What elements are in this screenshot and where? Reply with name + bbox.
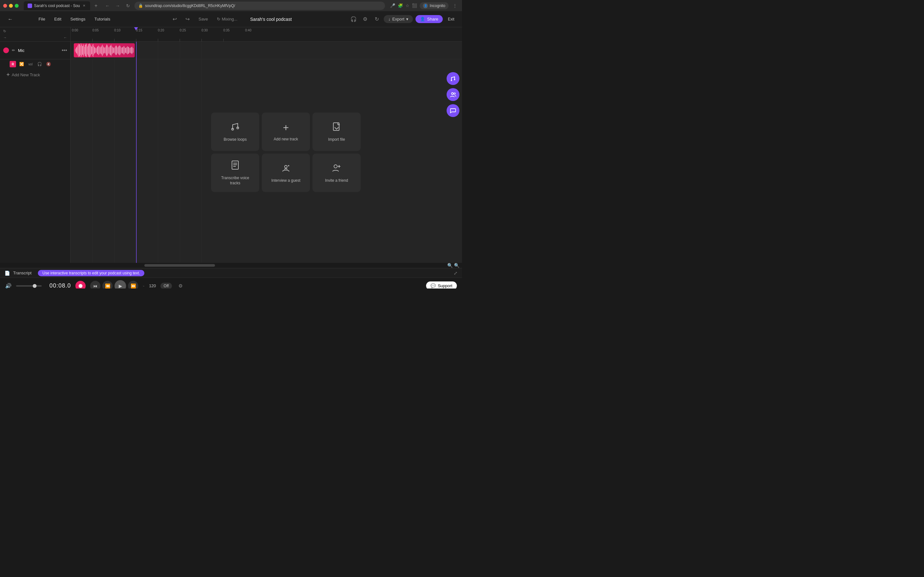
support-label: Support [438,284,452,288]
waveform-bar [105,48,105,53]
waveform-bar [85,45,86,56]
address-bar[interactable]: 🔒 soundtrap.com/studio/8cggKDd8RL_R5cHKy… [134,2,385,10]
invite-friend-button[interactable]: Invite a friend [312,153,360,192]
mic-icon[interactable]: 🎤 [390,3,395,8]
add-new-track-button[interactable]: + Add new track [262,113,310,151]
track-record-button[interactable]: R [10,61,16,67]
volume-thumb[interactable] [33,284,37,288]
waveform-bar [120,45,120,55]
edit-menu[interactable]: Edit [50,15,65,23]
browse-loops-icon [230,121,240,134]
mixing-refresh-icon: ↻ [217,17,220,21]
audio-clip[interactable] [74,43,135,57]
off-badge[interactable]: Off [160,283,172,289]
browser-menu-button[interactable]: ⋮ [451,2,459,10]
skip-back-button[interactable]: ⏮ [90,281,100,289]
star-icon[interactable]: ☆ [405,3,409,8]
tutorials-menu[interactable]: Tutorials [90,15,114,23]
waveform-bar [124,46,124,55]
transcript-expand-button[interactable]: ⤢ [454,271,457,276]
undo-button[interactable]: ↩ [170,15,179,24]
time-marker-20: 0:20 [158,29,164,32]
track-edit-icon[interactable]: ✏ [11,48,16,53]
new-tab-button[interactable]: + [92,2,100,10]
traffic-lights [3,4,19,8]
chat-button[interactable] [447,104,459,117]
track-more-button[interactable]: ••• [61,47,67,53]
grid-line-6 [202,42,202,263]
track-area[interactable]: Browse loops + Add new track Import file [71,42,462,263]
time-display: 00:08.0 [49,282,71,288]
transcribe-voice-label: Transcribe voice tracks [216,176,254,185]
loop-arrow-right: ← [63,35,67,39]
track-mute-button[interactable]: 🔇 [45,61,52,68]
extension-icon[interactable]: 🧩 [398,3,403,8]
refresh-browser-button[interactable]: ↻ [124,2,132,10]
waveform-bar [103,46,103,55]
play-button[interactable]: ▶ [115,280,126,289]
share-button[interactable]: 👤 Share [415,15,443,23]
settings-menu[interactable]: Settings [66,15,89,23]
svg-point-8 [334,165,337,168]
header-right: 🎧 ⚙ ↻ ↓ Export ▾ 👤 Share Exit [349,15,457,24]
waveform-bar [101,47,101,54]
redo-button[interactable]: ↪ [183,15,192,24]
waveform-bar [131,47,131,53]
people-button[interactable] [447,88,459,101]
waveform-bar [89,44,89,57]
transcribe-voice-button[interactable]: Transcribe voice tracks [211,153,259,192]
timeline-ruler[interactable]: 0:00 0:05 0:10 0:15 0:20 0:25 0:30 0:35 … [71,27,462,41]
close-button[interactable] [3,4,7,8]
add-new-track-label: Add new track [274,137,298,142]
mixing-button[interactable]: ↻ Mixing... [214,15,240,23]
track-headphone-button[interactable]: 🎧 [36,61,43,68]
browse-loops-button[interactable]: Browse loops [211,113,259,151]
maximize-button[interactable] [15,4,19,8]
action-grid: Browse loops + Add new track Import file [211,113,360,192]
file-menu[interactable]: File [35,15,49,23]
waveform-bar [107,45,108,55]
transcript-pill[interactable]: Use interactive transcripts to edit your… [38,270,144,276]
zoom-in-button[interactable]: 🔍 [454,263,459,268]
save-button[interactable]: Save [196,15,211,23]
tab-close-button[interactable]: ✕ [82,3,86,8]
loop-icon[interactable]: ↻ [372,15,381,24]
minimize-button[interactable] [9,4,13,8]
back-browser-button[interactable]: ← [103,2,111,10]
volume-slider[interactable] [16,285,42,287]
time-marker-25: 0:25 [180,29,186,32]
fast-forward-button[interactable]: ⏩ [128,281,138,289]
waveform-bar [88,45,88,55]
window-icon[interactable]: ⬛ [412,3,417,8]
active-tab[interactable]: Sarah's cool podcast - Sou ✕ [24,1,90,10]
track-color-indicator[interactable] [3,47,9,53]
add-new-track-area[interactable]: + Add New Track [0,68,70,82]
mic-track-row [71,42,462,59]
scrollbar-track[interactable]: 🔍 🔍 [141,263,462,268]
zoom-out-button[interactable]: 🔍 [447,263,453,268]
back-to-dashboard-button[interactable]: ← [5,14,15,24]
waveform-bar [81,45,82,56]
support-button[interactable]: 💬 Support [426,282,457,288]
forward-browser-button[interactable]: → [114,2,121,10]
grid-icon[interactable]: ⚙ [360,15,370,24]
exit-button[interactable]: Exit [445,16,457,23]
import-file-button[interactable]: Import file [312,113,360,151]
export-button[interactable]: ↓ Export ▾ [384,15,413,23]
music-library-button[interactable] [447,72,459,85]
track-volume-button[interactable]: vol [27,61,34,68]
record-button[interactable] [75,281,86,289]
rewind-button[interactable]: ⏪ [102,281,113,289]
waveform-bar [112,47,113,54]
interview-guest-button[interactable]: Interview a guest [262,153,310,192]
transport-controls: ⏮ ⏪ ▶ ⏩ [90,280,138,289]
headphone-icon[interactable]: 🎧 [349,15,358,24]
scrollbar-thumb[interactable] [144,264,215,267]
track-automation-button[interactable]: 🔀 [18,61,25,68]
volume-icon[interactable]: 🔊 [5,283,11,288]
waveform-bar [126,47,126,53]
tab-title: Sarah's cool podcast - Sou [34,3,80,8]
svg-point-11 [451,80,452,81]
transport-settings-button[interactable]: ⚙ [176,282,185,289]
profile-button[interactable]: 👤 Incognito [420,2,449,9]
